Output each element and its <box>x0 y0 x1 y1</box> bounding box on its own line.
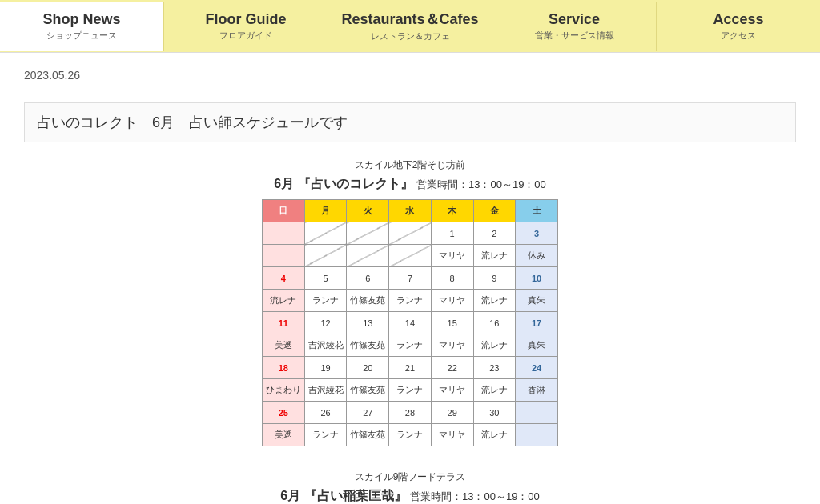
cell: 4 <box>263 267 305 290</box>
cell: 5 <box>304 267 347 290</box>
main-content: 2023.05.26 占いのコレクト 6月 占い師スケジュールです スカイル地下… <box>0 53 820 504</box>
nav-restaurants-subtitle: レストラン＆カフェ <box>336 30 484 42</box>
cell: 16 <box>473 312 516 334</box>
cell: 2 <box>473 222 516 245</box>
nav-floor-guide-title: Floor Guide <box>172 11 320 28</box>
cell: ランナ <box>389 290 432 312</box>
nav-shop-news-title: Shop News <box>8 11 155 28</box>
cell: ランナ <box>389 334 432 357</box>
table-row: 18 19 20 21 22 23 24 <box>263 357 558 379</box>
cell: ランナ <box>304 424 347 446</box>
table-row: 11 12 13 14 15 16 17 <box>263 312 558 334</box>
cell: マリヤ <box>431 245 473 267</box>
nav-restaurants-title: Restaurants＆Cafes <box>336 10 484 29</box>
calendar1-month: 6月 <box>274 177 294 190</box>
cell: 香淋 <box>516 379 558 402</box>
nav-access[interactable]: Access アクセス <box>657 2 820 51</box>
cell <box>347 245 389 267</box>
cell <box>263 222 305 245</box>
calendar1-table: 日 月 火 水 木 金 土 1 2 3 <box>262 199 558 446</box>
cell: 21 <box>389 357 432 379</box>
cell <box>304 245 347 267</box>
cell: 真朱 <box>516 334 558 357</box>
main-nav: Shop News ショップニュース Floor Guide フロアガイド Re… <box>0 0 820 53</box>
cell: 流レナ <box>263 290 305 312</box>
cell: 13 <box>347 312 389 334</box>
table-row: ひまわり 吉沢綾花 竹篠友苑 ランナ マリヤ 流レナ 香淋 <box>263 379 558 402</box>
cell: 15 <box>431 312 473 334</box>
calendar1-hours: 営業時間：13：00～19：00 <box>416 178 546 190</box>
cell: 流レナ <box>473 290 516 312</box>
cell: 20 <box>347 357 389 379</box>
cell: 12 <box>304 312 347 334</box>
cell: 1 <box>431 222 473 245</box>
nav-service-subtitle: 営業・サービス情報 <box>500 30 648 42</box>
calendar1-location: スカイル地下2階そじ坊前 <box>24 158 796 172</box>
cell: 竹篠友苑 <box>347 290 389 312</box>
cell: 7 <box>389 267 432 290</box>
nav-floor-guide-subtitle: フロアガイド <box>172 30 320 42</box>
nav-service-title: Service <box>500 11 648 28</box>
table-row: 流レナ ランナ 竹篠友苑 ランナ マリヤ 流レナ 真朱 <box>263 290 558 312</box>
cell: マリヤ <box>431 334 473 357</box>
cell <box>389 222 432 245</box>
cell: 9 <box>473 267 516 290</box>
calendar-2-section: スカイル9階フードテラス 6月 『占い稲葉匡哉』 営業時間：13：00～19：0… <box>24 470 796 504</box>
nav-access-subtitle: アクセス <box>665 30 812 42</box>
cell <box>304 222 347 245</box>
calendar2-month: 6月 <box>280 489 300 502</box>
cell: ランナ <box>389 424 432 446</box>
calendar2-header: 6月 『占い稲葉匡哉』 営業時間：13：00～19：00 <box>24 488 796 504</box>
nav-floor-guide[interactable]: Floor Guide フロアガイド <box>164 2 328 51</box>
col-thu: 木 <box>431 200 473 222</box>
cell: 休み <box>516 245 558 267</box>
col-sun: 日 <box>263 200 305 222</box>
cell: 27 <box>347 402 389 424</box>
cell <box>263 245 305 267</box>
cell: 28 <box>389 402 432 424</box>
nav-access-title: Access <box>665 11 812 28</box>
col-tue: 火 <box>347 200 389 222</box>
cell: 22 <box>431 357 473 379</box>
cell: 14 <box>389 312 432 334</box>
cell: 25 <box>263 402 305 424</box>
cell: 流レナ <box>473 245 516 267</box>
cell: 24 <box>516 357 558 379</box>
cell: 19 <box>304 357 347 379</box>
cell: 吉沢綾花 <box>304 334 347 357</box>
cell <box>389 245 432 267</box>
cell: 美遡 <box>263 424 305 446</box>
cell <box>516 424 558 446</box>
cell: 真朱 <box>516 290 558 312</box>
cell: マリヤ <box>431 379 473 402</box>
nav-restaurants[interactable]: Restaurants＆Cafes レストラン＆カフェ <box>328 0 492 52</box>
col-wed: 水 <box>389 200 432 222</box>
cell: 8 <box>431 267 473 290</box>
table-row: マリヤ 流レナ 休み <box>263 245 558 267</box>
cell: マリヤ <box>431 290 473 312</box>
cell: 竹篠友苑 <box>347 334 389 357</box>
cell <box>516 402 558 424</box>
nav-service[interactable]: Service 営業・サービス情報 <box>492 2 657 51</box>
col-mon: 月 <box>304 200 347 222</box>
calendar2-shop: 『占い稲葉匡哉』 <box>304 489 407 502</box>
calendar2-hours: 営業時間：13：00～19：00 <box>410 490 540 502</box>
calendar1-header: 6月 『占いのコレクト』 営業時間：13：00～19：00 <box>24 176 796 193</box>
cell <box>347 222 389 245</box>
article-title: 占いのコレクト 6月 占い師スケジュールです <box>24 102 796 142</box>
cell: 美遡 <box>263 334 305 357</box>
cell: 26 <box>304 402 347 424</box>
cell: 11 <box>263 312 305 334</box>
calendar1-shop: 『占いのコレクト』 <box>298 177 413 190</box>
cell: 吉沢綾花 <box>304 379 347 402</box>
col-fri: 金 <box>473 200 516 222</box>
nav-shop-news[interactable]: Shop News ショップニュース <box>0 2 164 51</box>
table-row: 25 26 27 28 29 30 <box>263 402 558 424</box>
cell: 3 <box>516 222 558 245</box>
nav-shop-news-subtitle: ショップニュース <box>8 30 155 42</box>
table-row: 美遡 吉沢綾花 竹篠友苑 ランナ マリヤ 流レナ 真朱 <box>263 334 558 357</box>
cell: ランナ <box>389 379 432 402</box>
cell: 竹篠友苑 <box>347 379 389 402</box>
cell: 30 <box>473 402 516 424</box>
cell: 竹篠友苑 <box>347 424 389 446</box>
